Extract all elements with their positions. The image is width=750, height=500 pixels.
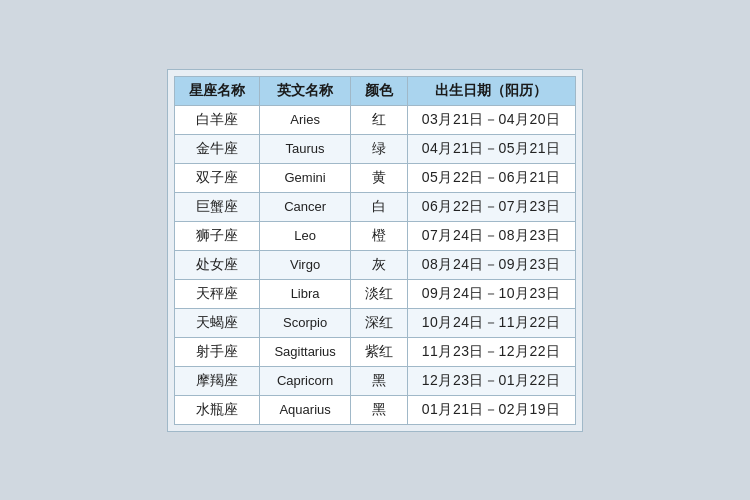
cell-chinese-name: 双子座 [175,163,260,192]
cell-english-name: Libra [260,279,350,308]
cell-color: 深红 [350,308,407,337]
cell-chinese-name: 射手座 [175,337,260,366]
cell-dates: 07月24日－08月23日 [407,221,575,250]
table-row: 白羊座Aries红03月21日－04月20日 [175,105,575,134]
cell-dates: 04月21日－05月21日 [407,134,575,163]
cell-english-name: Taurus [260,134,350,163]
table-body: 白羊座Aries红03月21日－04月20日金牛座Taurus绿04月21日－0… [175,105,575,424]
cell-chinese-name: 巨蟹座 [175,192,260,221]
cell-chinese-name: 白羊座 [175,105,260,134]
cell-dates: 05月22日－06月21日 [407,163,575,192]
cell-color: 灰 [350,250,407,279]
cell-color: 橙 [350,221,407,250]
table-row: 天蝎座Scorpio深红10月24日－11月22日 [175,308,575,337]
table-row: 射手座Sagittarius紫红11月23日－12月22日 [175,337,575,366]
cell-color: 黄 [350,163,407,192]
cell-color: 绿 [350,134,407,163]
zodiac-table-container: 星座名称 英文名称 颜色 出生日期（阳历） 白羊座Aries红03月21日－04… [167,69,582,432]
table-row: 天秤座Libra淡红09月24日－10月23日 [175,279,575,308]
table-header-row: 星座名称 英文名称 颜色 出生日期（阳历） [175,76,575,105]
cell-chinese-name: 金牛座 [175,134,260,163]
cell-english-name: Aries [260,105,350,134]
cell-chinese-name: 摩羯座 [175,366,260,395]
zodiac-table: 星座名称 英文名称 颜色 出生日期（阳历） 白羊座Aries红03月21日－04… [174,76,575,425]
table-row: 处女座Virgo灰08月24日－09月23日 [175,250,575,279]
cell-dates: 11月23日－12月22日 [407,337,575,366]
cell-english-name: Leo [260,221,350,250]
cell-color: 紫红 [350,337,407,366]
cell-english-name: Aquarius [260,395,350,424]
cell-english-name: Cancer [260,192,350,221]
header-dates: 出生日期（阳历） [407,76,575,105]
cell-dates: 12月23日－01月22日 [407,366,575,395]
header-english-name: 英文名称 [260,76,350,105]
cell-dates: 03月21日－04月20日 [407,105,575,134]
cell-color: 红 [350,105,407,134]
table-row: 双子座Gemini黄05月22日－06月21日 [175,163,575,192]
table-row: 巨蟹座Cancer白06月22日－07月23日 [175,192,575,221]
cell-color: 黑 [350,366,407,395]
cell-chinese-name: 狮子座 [175,221,260,250]
cell-english-name: Sagittarius [260,337,350,366]
table-row: 金牛座Taurus绿04月21日－05月21日 [175,134,575,163]
cell-english-name: Virgo [260,250,350,279]
table-row: 水瓶座Aquarius黑01月21日－02月19日 [175,395,575,424]
header-chinese-name: 星座名称 [175,76,260,105]
cell-color: 黑 [350,395,407,424]
cell-chinese-name: 天秤座 [175,279,260,308]
cell-chinese-name: 水瓶座 [175,395,260,424]
cell-dates: 01月21日－02月19日 [407,395,575,424]
cell-color: 淡红 [350,279,407,308]
cell-english-name: Capricorn [260,366,350,395]
cell-dates: 10月24日－11月22日 [407,308,575,337]
cell-chinese-name: 天蝎座 [175,308,260,337]
cell-chinese-name: 处女座 [175,250,260,279]
cell-english-name: Scorpio [260,308,350,337]
cell-dates: 08月24日－09月23日 [407,250,575,279]
table-row: 摩羯座Capricorn黑12月23日－01月22日 [175,366,575,395]
cell-color: 白 [350,192,407,221]
cell-english-name: Gemini [260,163,350,192]
table-row: 狮子座Leo橙07月24日－08月23日 [175,221,575,250]
cell-dates: 06月22日－07月23日 [407,192,575,221]
header-color: 颜色 [350,76,407,105]
cell-dates: 09月24日－10月23日 [407,279,575,308]
